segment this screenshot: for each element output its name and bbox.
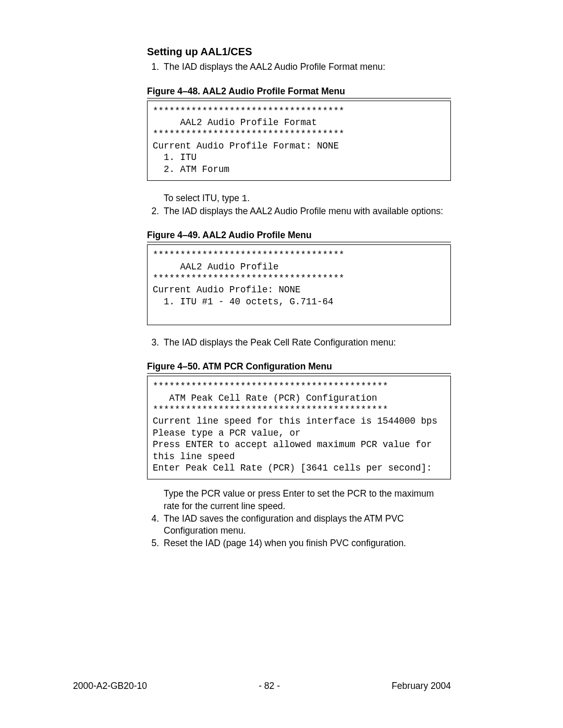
- footer-right: February 2004: [391, 681, 451, 692]
- step-5: Reset the IAD (page 14) when you finish …: [162, 537, 451, 550]
- step-3: The IAD displays the Peak Cell Rate Conf…: [162, 337, 451, 349]
- figure-50-code: ****************************************…: [153, 380, 445, 474]
- footer-left: 2000-A2-GB20-10: [73, 681, 147, 692]
- step-2-text: The IAD displays the AAL2 Audio Profile …: [164, 206, 443, 216]
- step-1: The IAD displays the AAL2 Audio Profile …: [162, 61, 451, 73]
- step-1-text: The IAD displays the AAL2 Audio Profile …: [164, 61, 385, 72]
- footer-center: - 82 -: [259, 681, 280, 692]
- step-1b-code: 1: [242, 193, 248, 204]
- step-1b-pre: To select ITU, type: [164, 193, 242, 203]
- page: Setting up AAL1/CES The IAD displays the…: [0, 0, 563, 728]
- step-4-text: The IAD saves the configuration and disp…: [164, 513, 404, 536]
- section-title: Setting up AAL1/CES: [147, 46, 451, 58]
- step-1b-post: .: [247, 193, 250, 203]
- step-2: The IAD displays the AAL2 Audio Profile …: [162, 205, 451, 218]
- figure-48-code: *********************************** AAL2…: [153, 105, 445, 175]
- figure-48-caption: Figure 4–48. AAL2 Audio Profile Format M…: [147, 86, 451, 98]
- figure-50-code-box: ****************************************…: [147, 376, 451, 479]
- figure-49-code: *********************************** AAL2…: [153, 249, 445, 319]
- step-3b: Type the PCR value or press Enter to set…: [164, 488, 451, 512]
- step-4: The IAD saves the configuration and disp…: [162, 513, 451, 537]
- figure-49-caption: Figure 4–49. AAL2 Audio Profile Menu: [147, 230, 451, 242]
- step-3-text: The IAD displays the Peak Cell Rate Conf…: [164, 337, 396, 348]
- figure-49-code-box: *********************************** AAL2…: [147, 244, 451, 325]
- step-5-text: Reset the IAD (page 14) when you finish …: [164, 538, 406, 548]
- figure-48-code-box: *********************************** AAL2…: [147, 101, 451, 181]
- step-1b: To select ITU, type 1.: [164, 192, 451, 205]
- figure-50-caption: Figure 4–50. ATM PCR Configuration Menu: [147, 361, 451, 374]
- page-footer: 2000-A2-GB20-10 - 82 - February 2004: [0, 681, 563, 692]
